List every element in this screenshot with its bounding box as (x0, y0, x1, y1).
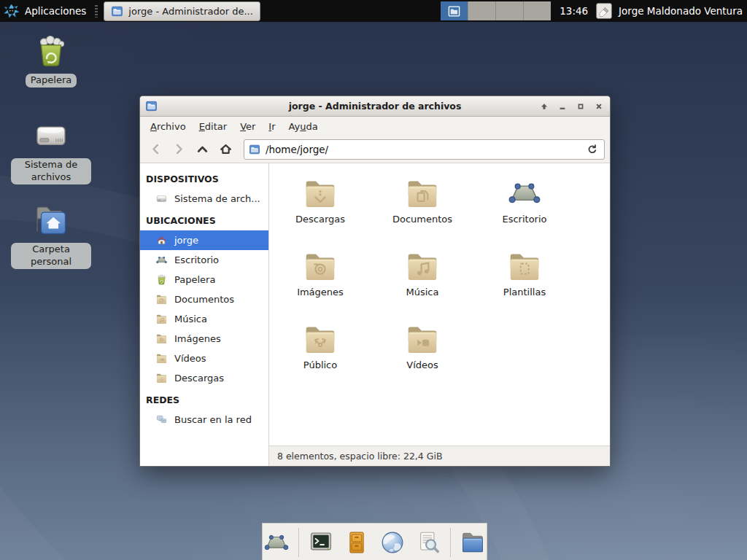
maximize-button[interactable] (574, 100, 587, 112)
side-pane: DISPOSITIVOSSistema de arch...UBICACIONE… (140, 163, 269, 466)
status-bar: 8 elementos, espacio libre: 22,4 GiB (269, 446, 610, 466)
home-folder-icon (32, 201, 70, 239)
sidebar-item-label: Descargas (174, 373, 224, 384)
file-label: Escritorio (502, 214, 546, 225)
taskbar-window-button[interactable]: jorge - Administrador de... (104, 1, 260, 21)
menu-archivo[interactable]: Archivo (144, 119, 193, 134)
desktop-icon (263, 529, 290, 556)
sidebar-header-dispositivos: DISPOSITIVOS (140, 167, 268, 189)
file-label: Público (303, 359, 337, 370)
sidebar-item-imagenes[interactable]: Imágenes (140, 329, 268, 349)
file-descargas[interactable]: Descargas (274, 175, 366, 248)
drive-icon (155, 192, 168, 205)
workspace-1[interactable] (441, 1, 468, 20)
blue-folder-icon (459, 529, 487, 556)
menu-editar[interactable]: Editar (193, 119, 234, 134)
sidebar-item-jorge[interactable]: jorge (140, 230, 268, 250)
user-session-button[interactable]: Jorge Maldonado Ventura (595, 2, 747, 20)
file-escritorio[interactable]: Escritorio (479, 175, 570, 248)
window-titlebar[interactable]: jorge - Administrador de archivos (140, 96, 610, 117)
sidebar-item-buscar-en-la-red[interactable]: Buscar en la red (140, 410, 268, 429)
desktop-icon-sistema-de-archivos[interactable]: Sistema de archivos (10, 117, 92, 184)
folder-images-icon (155, 332, 168, 345)
path-folder-icon (249, 144, 260, 155)
eraser-icon (595, 2, 613, 20)
file-label: Música (406, 287, 439, 298)
folder-download-icon (155, 372, 168, 384)
tasklist-grip (95, 5, 98, 18)
workspace-4[interactable] (524, 1, 551, 20)
workspace-2[interactable] (468, 1, 496, 20)
toolbar: /home/jorge/ (140, 136, 610, 163)
nav-buttons (145, 139, 236, 159)
desktop-icon (155, 254, 168, 266)
menu-ayuda[interactable]: Ayuda (282, 119, 325, 134)
sidebar-item-sistema-de-arch[interactable]: Sistema de arch... (140, 189, 268, 209)
dock-web-browser[interactable] (379, 529, 406, 556)
folder-music-icon (404, 248, 441, 284)
applications-menu-button[interactable]: Aplicaciones (0, 0, 93, 22)
trash-icon (155, 273, 168, 286)
file-label: Descargas (295, 214, 345, 225)
window-folder-icon (145, 100, 158, 112)
window-folder-icon (111, 5, 123, 18)
sidebar-item-videos[interactable]: Vídeos (140, 349, 268, 368)
file-view[interactable]: DescargasDocumentosEscritorioImágenesMús… (269, 163, 610, 446)
dock-show-desktop[interactable] (263, 529, 290, 556)
dock-terminal[interactable] (307, 529, 335, 556)
folder-templates-icon (506, 248, 543, 284)
trash-icon (32, 32, 70, 70)
dock-application-finder[interactable] (414, 529, 442, 556)
desktop-icon-papelera[interactable]: Papelera (10, 32, 92, 88)
reload-button[interactable] (584, 141, 600, 158)
dock-file-cabinet[interactable] (343, 529, 371, 556)
sidebar-item-label: Escritorio (174, 254, 219, 265)
dock-separator (450, 528, 451, 557)
sidebar-item-escritorio[interactable]: Escritorio (140, 250, 268, 270)
sidebar-item-descargas[interactable]: Descargas (140, 368, 268, 388)
globe-icon (379, 529, 406, 556)
path-bar-input[interactable]: /home/jorge/ (244, 139, 605, 160)
file-documentos[interactable]: Documentos (376, 175, 468, 248)
status-text: 8 elementos, espacio libre: 22,4 GiB (277, 451, 443, 462)
sidebar-item-label: Buscar en la red (174, 414, 252, 425)
menu-ver[interactable]: Ver (233, 119, 262, 134)
file-label: Imágenes (297, 287, 344, 298)
sidebar-item-papelera[interactable]: Papelera (140, 270, 268, 289)
sidebar-item-label: Imágenes (174, 333, 221, 344)
shade-button[interactable] (538, 100, 550, 112)
top-panel: Aplicaciones jorge - Administrador de...… (0, 0, 747, 22)
sidebar-item-musica[interactable]: Música (140, 309, 268, 329)
up-button[interactable] (192, 139, 213, 159)
file-musica[interactable]: Música (376, 248, 468, 321)
active-window-mini-icon (447, 4, 461, 18)
dock-file-manager[interactable] (459, 529, 487, 556)
file-plantillas[interactable]: Plantillas (479, 248, 570, 321)
forward-button[interactable] (169, 139, 190, 159)
workspace-pager (441, 1, 551, 20)
sidebar-item-label: Música (174, 314, 207, 324)
applications-menu-label: Aplicaciones (25, 5, 86, 17)
user-name-label: Jorge Maldonado Ventura (619, 5, 743, 17)
file-videos[interactable]: Vídeos (376, 321, 468, 394)
workspace-3[interactable] (496, 1, 524, 20)
minimize-button[interactable] (556, 100, 568, 112)
panel-clock: 13:46 (560, 5, 588, 17)
desktop-icon-carpeta-personal[interactable]: Carpeta personal (10, 201, 92, 269)
sidebar-item-label: Vídeos (174, 353, 206, 364)
close-button[interactable] (592, 100, 605, 112)
folder-music-icon (155, 313, 168, 325)
file-publico[interactable]: Público (274, 321, 366, 394)
sidebar-header-ubicaciones: UBICACIONES (140, 209, 268, 230)
file-imagenes[interactable]: Imágenes (274, 248, 366, 321)
back-button[interactable] (145, 139, 166, 159)
home-button[interactable] (215, 139, 236, 159)
desktop-icon-label: Papelera (26, 74, 77, 88)
window-controls (538, 100, 605, 112)
main-column: DescargasDocumentosEscritorioImágenesMús… (269, 163, 610, 466)
sidebar-item-documentos[interactable]: Documentos (140, 289, 268, 309)
current-path: /home/jorge/ (266, 144, 579, 155)
menu-ir[interactable]: Ir (262, 119, 282, 134)
sidebar-header-redes: REDES (140, 388, 268, 410)
menu-bar: ArchivoEditarVerIrAyuda (140, 117, 610, 136)
